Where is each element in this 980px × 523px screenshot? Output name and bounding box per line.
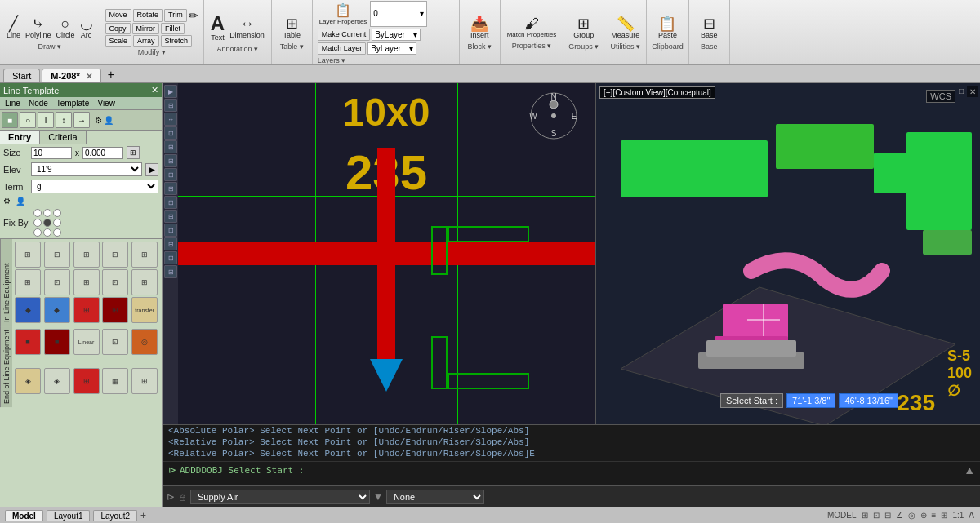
- eq-item-11[interactable]: ◆: [15, 297, 41, 323]
- person-icon[interactable]: 👤: [104, 116, 114, 125]
- status-lwt-icon[interactable]: ≡: [932, 511, 937, 520]
- eq-item-5[interactable]: ⊞: [131, 242, 158, 268]
- status-polar-icon[interactable]: ∠: [896, 511, 903, 520]
- eol-item-6[interactable]: ◈: [15, 368, 41, 394]
- eol-item-9[interactable]: ▦: [102, 368, 128, 394]
- elev-select[interactable]: 11'9: [31, 162, 142, 176]
- tab-m208[interactable]: M-208* ✕: [42, 69, 101, 82]
- supply-print-icon[interactable]: 🖨: [178, 492, 187, 502]
- side-icon-3[interactable]: ↔: [164, 113, 177, 126]
- cmd-input-field[interactable]: [307, 465, 960, 475]
- side-icon-6[interactable]: ⊞: [164, 154, 177, 167]
- side-icon-8[interactable]: ⊞: [164, 182, 177, 195]
- side-icon-14[interactable]: ⊞: [164, 265, 177, 278]
- maximize-3d-icon[interactable]: □: [959, 86, 964, 95]
- pencil-icon[interactable]: ✏: [189, 9, 198, 22]
- side-icon-4[interactable]: ⊡: [164, 126, 177, 140]
- status-snap-icon[interactable]: ⊡: [873, 511, 880, 520]
- arc-button[interactable]: ◡ Arc: [78, 15, 95, 41]
- stretch-button[interactable]: Stretch: [161, 35, 193, 47]
- status-tmodel-icon[interactable]: ⊞: [941, 511, 947, 520]
- eq-item-1[interactable]: ⊞: [15, 242, 41, 268]
- bylayer-dropdown2[interactable]: ByLayer ▾: [368, 42, 416, 55]
- side-icon-1[interactable]: ▶: [164, 85, 177, 98]
- eq-item-9[interactable]: ⊡: [102, 269, 128, 295]
- modify-label[interactable]: Modify ▾: [138, 48, 166, 56]
- clipboard-label[interactable]: Clipboard: [652, 42, 684, 51]
- layer-dropdown[interactable]: 0 ▾: [370, 1, 427, 27]
- eol-item-1[interactable]: ■: [15, 329, 41, 355]
- status-model-icon[interactable]: MODEL: [827, 511, 857, 520]
- eq-item-10[interactable]: ⊞: [131, 269, 158, 295]
- block-label[interactable]: Block ▾: [467, 42, 492, 51]
- menu-view[interactable]: View: [94, 98, 118, 109]
- utilities-label[interactable]: Utilities ▾: [610, 42, 640, 51]
- add-layout-button[interactable]: +: [140, 510, 146, 521]
- tool-text[interactable]: T: [38, 112, 54, 128]
- panel-tab-criteria[interactable]: Criteria: [40, 131, 86, 144]
- tooltip-coord2[interactable]: 46'-8 13/16": [839, 393, 898, 408]
- side-icon-2[interactable]: ⊞: [164, 99, 177, 112]
- draw-label[interactable]: Draw ▾: [38, 42, 62, 51]
- add-tab-button[interactable]: +: [103, 66, 119, 82]
- paste-button[interactable]: 📋 Paste: [657, 15, 679, 41]
- table-label2[interactable]: Table ▾: [280, 42, 304, 51]
- tab-layout1[interactable]: Layout1: [47, 510, 91, 521]
- settings2-icon[interactable]: ⚙: [3, 197, 11, 206]
- side-icon-5[interactable]: ⊟: [164, 140, 177, 153]
- eq-item-15[interactable]: transfer: [131, 297, 158, 323]
- array-button[interactable]: Array: [133, 35, 159, 47]
- bylayer-dropdown1[interactable]: ByLayer ▾: [372, 29, 421, 41]
- groups-label[interactable]: Groups ▾: [568, 42, 599, 51]
- menu-node[interactable]: Node: [25, 98, 51, 109]
- trim-button[interactable]: Trim: [164, 9, 187, 22]
- eq-item-2[interactable]: ⊡: [44, 242, 70, 268]
- annotation-label[interactable]: Annotation ▾: [216, 45, 258, 53]
- status-otrack-icon[interactable]: ⊕: [920, 511, 927, 520]
- supply-air-select[interactable]: Supply Air: [190, 490, 370, 504]
- side-icon-13[interactable]: ⊡: [164, 251, 177, 264]
- term-select[interactable]: g: [31, 180, 158, 193]
- copy-button[interactable]: Copy: [105, 23, 131, 34]
- tab-model[interactable]: Model: [5, 510, 43, 521]
- side-icon-7[interactable]: ⊡: [164, 168, 177, 181]
- dot-5[interactable]: [43, 219, 51, 227]
- dot-3[interactable]: [53, 209, 61, 217]
- panel-close-icon[interactable]: ✕: [151, 85, 158, 95]
- eq-item-14[interactable]: ⊞: [102, 297, 128, 323]
- eq-item-8[interactable]: ⊞: [74, 269, 100, 295]
- dot-1[interactable]: [33, 209, 42, 217]
- eq-item-7[interactable]: ⊡: [44, 269, 70, 295]
- eol-item-5[interactable]: ◎: [131, 329, 158, 355]
- polyline-button[interactable]: ⤷ Polyline: [24, 15, 53, 41]
- size-input[interactable]: [31, 147, 72, 159]
- panel-tab-entry[interactable]: Entry: [0, 131, 40, 144]
- dimension-button[interactable]: ↔ Dimension: [228, 12, 266, 43]
- dot-8[interactable]: [43, 228, 51, 237]
- rotate-button[interactable]: Rotate: [133, 9, 163, 22]
- tool-arrow[interactable]: ↕: [56, 112, 72, 128]
- tab-layout2[interactable]: Layout2: [93, 510, 137, 521]
- match-props-button[interactable]: 🖌 Match Properties: [506, 15, 558, 40]
- group-button[interactable]: ⊞ Group: [572, 15, 595, 41]
- eol-item-4[interactable]: ⊡: [102, 329, 128, 355]
- insert-button[interactable]: 📥 Insert: [469, 15, 491, 41]
- cmd-expand-icon[interactable]: ▲: [964, 463, 975, 476]
- supply-expand-icon[interactable]: ▼: [373, 491, 383, 503]
- menu-template[interactable]: Template: [53, 98, 93, 109]
- status-osnap-icon[interactable]: ◎: [908, 511, 915, 520]
- supply-settings-icon[interactable]: ⊳: [167, 491, 175, 503]
- tab-close-icon[interactable]: ✕: [86, 72, 92, 81]
- supply-none-select[interactable]: None: [386, 490, 484, 504]
- base-label2[interactable]: Base: [701, 42, 718, 51]
- side-icon-9[interactable]: ⊡: [164, 196, 177, 209]
- x-input[interactable]: [82, 147, 123, 159]
- side-icon-10[interactable]: ⊞: [164, 210, 177, 223]
- status-grid-icon[interactable]: ⊞: [862, 511, 868, 520]
- settings-icon[interactable]: ⚙: [95, 116, 102, 125]
- make-current-button[interactable]: Make Current: [318, 29, 371, 41]
- elev-btn[interactable]: ▶: [145, 163, 158, 176]
- tab-start[interactable]: Start: [3, 69, 40, 82]
- dot-6[interactable]: [53, 219, 61, 227]
- canvas-2d[interactable]: 10x0 235 N S E W: [178, 83, 596, 424]
